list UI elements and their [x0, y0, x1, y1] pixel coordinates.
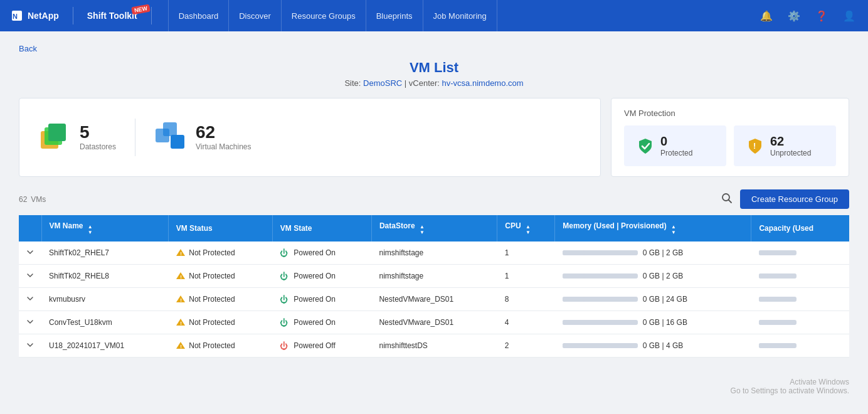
svg-rect-7 — [163, 122, 177, 136]
row-cpu: 1 — [497, 242, 555, 265]
page-title: VM List — [19, 60, 849, 76]
svg-text:!: ! — [180, 344, 182, 349]
netapp-logo-icon: N — [10, 9, 24, 23]
row-expand[interactable] — [19, 242, 41, 265]
nav-job-monitoring[interactable]: Job Monitoring — [423, 0, 497, 31]
row-vm-state: ⏻ Powered Off — [272, 334, 371, 358]
row-datastore: nimshiftstage — [371, 265, 497, 288]
row-capacity — [751, 242, 849, 265]
row-expand[interactable] — [19, 288, 41, 311]
vms-info: 62 Virtual Machines — [196, 124, 251, 151]
row-cpu: 1 — [497, 265, 555, 288]
protection-stats: 0 Protected ! 62 Unprotected — [624, 125, 836, 166]
unprotected-count: 62 — [770, 134, 811, 149]
power-on-icon: ⏻ — [280, 318, 288, 327]
col-capacity: Capacity (Used — [751, 215, 849, 242]
vm-table: VM Name ▲▼ VM Status VM State DataStore … — [19, 215, 849, 358]
vms-stat: 62 Virtual Machines — [154, 121, 251, 154]
gear-icon[interactable]: ⚙️ — [785, 7, 803, 24]
unprotected-label: Unprotected — [770, 149, 811, 157]
svg-text:!: ! — [180, 321, 182, 326]
table-actions: Create Resource Group — [721, 189, 849, 209]
col-datastore: DataStore ▲▼ — [371, 215, 497, 242]
page-subtitle: Site: DemoSRC | vCenter: hv-vcsa.nimdemo… — [19, 78, 849, 88]
row-cpu: 4 — [497, 311, 555, 334]
unprotected-info: 62 Unprotected — [770, 134, 811, 157]
warning-badge-icon: ! — [176, 317, 186, 327]
site-name[interactable]: DemoSRC — [363, 78, 402, 88]
brand-divider — [73, 7, 73, 24]
row-vm-name: U18_20241017_VM01 — [41, 334, 168, 358]
table-row: ShiftTk02_RHEL8 ! Not Protected ⏻ Powere… — [19, 265, 849, 288]
row-cpu: 2 — [497, 334, 555, 358]
power-off-icon: ⏻ — [280, 341, 288, 351]
row-vm-state: ⏻ Powered On — [272, 311, 371, 334]
vms-label: Virtual Machines — [196, 142, 251, 151]
unprotected-item: ! 62 Unprotected — [734, 125, 836, 166]
datastore-stat: 5 Datastores — [38, 121, 116, 154]
protected-icon — [637, 137, 654, 155]
user-icon[interactable]: 👤 — [840, 7, 858, 24]
nav-dashboard[interactable]: Dashboard — [168, 0, 230, 31]
svg-rect-5 — [48, 124, 66, 141]
protected-info: 0 Protected — [660, 134, 692, 157]
col-vm-name: VM Name ▲▼ — [41, 215, 168, 242]
row-vm-name: ShiftTk02_RHEL8 — [41, 265, 168, 288]
col-vm-status: VM Status — [168, 215, 272, 242]
notification-icon[interactable]: 🔔 — [758, 7, 775, 24]
nav-discover[interactable]: Discover — [229, 0, 282, 31]
svg-text:!: ! — [180, 251, 182, 257]
new-badge: NEW — [131, 4, 151, 15]
navbar: N NetApp Shift Toolkit NEW Dashboard Dis… — [0, 0, 868, 31]
power-on-icon: ⏻ — [280, 248, 288, 258]
row-capacity — [751, 311, 849, 334]
vcenter-label: | vCenter: — [405, 78, 440, 88]
row-expand[interactable] — [19, 311, 41, 334]
col-vm-state: VM State — [272, 215, 371, 242]
datastore-icon — [38, 121, 71, 154]
navbar-actions: 🔔 ⚙️ ❓ 👤 — [758, 7, 858, 24]
row-memory: 0 GB | 24 GB — [555, 288, 751, 311]
power-on-icon: ⏻ — [280, 295, 288, 304]
row-vm-status: ! Not Protected — [168, 288, 272, 311]
unprotected-icon: ! — [746, 137, 764, 155]
product-divider — [151, 7, 152, 24]
help-icon[interactable]: ❓ — [813, 7, 830, 24]
row-vm-status: ! Not Protected — [168, 311, 272, 334]
row-cpu: 8 — [497, 288, 555, 311]
protected-label: Protected — [660, 149, 692, 157]
row-datastore: NestedVMware_DS01 — [371, 311, 497, 334]
power-on-icon: ⏻ — [280, 272, 288, 281]
main-content: Back VM List Site: DemoSRC | vCenter: hv… — [0, 31, 868, 370]
row-expand[interactable] — [19, 265, 41, 288]
netapp-logo: N NetApp — [10, 9, 59, 23]
row-vm-name: ConvTest_U18kvm — [41, 311, 168, 334]
vms-count: 62 — [196, 124, 251, 141]
row-expand[interactable] — [19, 334, 41, 358]
nav-blueprints[interactable]: Blueprints — [366, 0, 423, 31]
search-icon[interactable] — [721, 193, 733, 206]
table-header: VM Name ▲▼ VM Status VM State DataStore … — [19, 215, 849, 242]
svg-text:!: ! — [180, 274, 182, 280]
back-link[interactable]: Back — [19, 44, 37, 53]
vm-count-display: 62 VMs — [19, 195, 46, 204]
stats-row: 5 Datastores 62 Virtual Machines — [19, 98, 849, 177]
row-vm-state: ⏻ Powered On — [272, 265, 371, 288]
row-vm-status: ! Not Protected — [168, 265, 272, 288]
col-expand — [19, 215, 41, 242]
row-vm-status: ! Not Protected — [168, 334, 272, 358]
row-memory: 0 GB | 4 GB — [555, 334, 751, 358]
vcenter-name[interactable]: hv-vcsa.nimdemo.com — [442, 78, 524, 88]
create-resource-group-button[interactable]: Create Resource Group — [740, 189, 849, 209]
table-row: ConvTest_U18kvm ! Not Protected ⏻ Powere… — [19, 311, 849, 334]
svg-rect-8 — [171, 135, 184, 149]
protected-count: 0 — [660, 134, 692, 149]
nav-resource-groups[interactable]: Resource Groups — [282, 0, 366, 31]
row-capacity — [751, 265, 849, 288]
stats-inner: 5 Datastores 62 Virtual Machines — [38, 119, 251, 156]
row-vm-status: ! Not Protected — [168, 242, 272, 265]
vm-table-body: ShiftTk02_RHEL7 ! Not Protected ⏻ Powere… — [19, 242, 849, 358]
svg-text:!: ! — [753, 141, 756, 151]
svg-text:N: N — [13, 13, 18, 20]
row-memory: 0 GB | 2 GB — [555, 265, 751, 288]
